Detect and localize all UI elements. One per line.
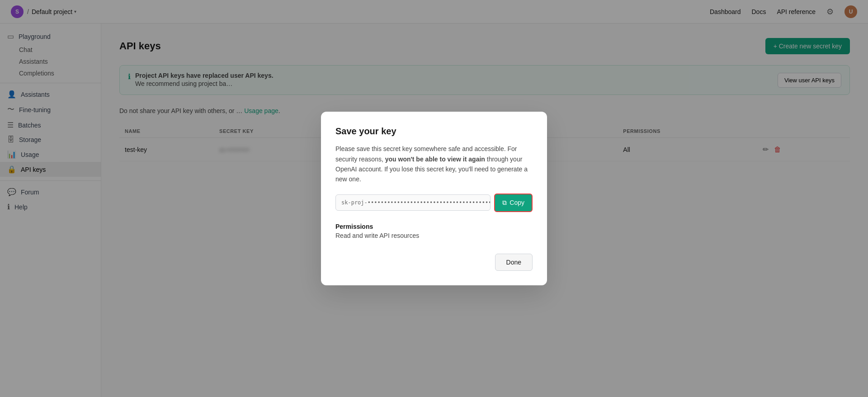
- copy-button[interactable]: ⧉ Copy: [494, 194, 533, 212]
- secret-key-display: sk-proj-••••••••••••••••••••••••••••••••…: [335, 194, 491, 211]
- permissions-label: Permissions: [335, 223, 533, 230]
- permissions-value: Read and write API resources: [335, 232, 533, 239]
- save-key-modal: Save your key Please save this secret ke…: [321, 112, 547, 285]
- copy-icon: ⧉: [502, 199, 507, 207]
- modal-description: Please save this secret key somewhere sa…: [335, 144, 533, 184]
- done-button[interactable]: Done: [495, 254, 533, 271]
- app-container: S / Default project ▾ Dashboard Docs API…: [0, 0, 868, 397]
- copy-button-label: Copy: [509, 199, 524, 206]
- key-copy-row: sk-proj-••••••••••••••••••••••••••••••••…: [335, 194, 533, 212]
- modal-footer: Done: [335, 254, 533, 271]
- modal-desc-bold: you won't be able to view it again: [385, 156, 485, 163]
- modal-title: Save your key: [335, 126, 533, 137]
- modal-overlay[interactable]: Save your key Please save this secret ke…: [0, 0, 868, 397]
